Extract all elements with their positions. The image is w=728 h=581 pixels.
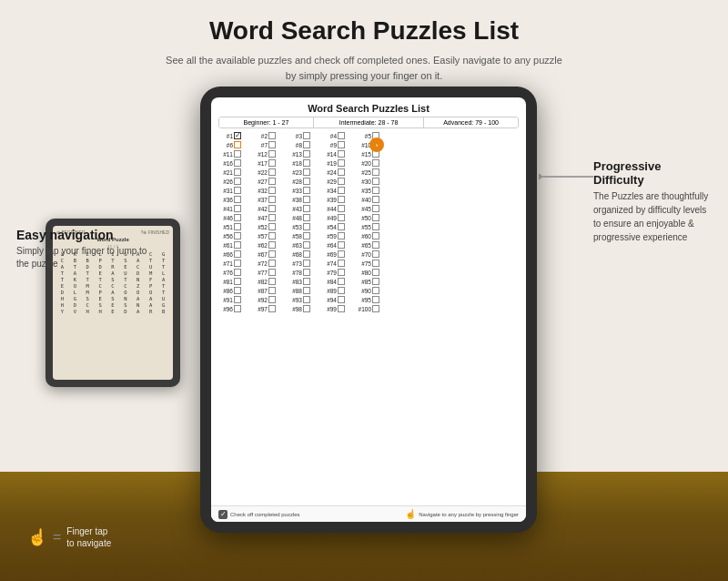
puzzle-item-3[interactable]: #3 xyxy=(288,132,320,139)
puzzle-checkbox-3[interactable] xyxy=(303,132,310,139)
puzzle-item-67[interactable]: #67 xyxy=(253,250,286,258)
puzzle-item-94[interactable]: #94 xyxy=(322,296,355,303)
puzzle-checkbox-27[interactable] xyxy=(268,178,276,185)
puzzle-checkbox-74[interactable] xyxy=(338,260,345,267)
puzzle-checkbox-23[interactable] xyxy=(303,168,310,176)
puzzle-item-31[interactable]: #31 xyxy=(218,187,251,194)
puzzle-checkbox-42[interactable] xyxy=(268,205,276,212)
puzzle-checkbox-31[interactable] xyxy=(234,187,241,194)
puzzle-checkbox-87[interactable] xyxy=(268,287,276,294)
puzzle-checkbox-41[interactable] xyxy=(234,205,241,212)
puzzle-checkbox-9[interactable] xyxy=(338,141,345,148)
puzzle-item-4[interactable]: #4 xyxy=(322,132,355,139)
puzzle-checkbox-28[interactable] xyxy=(303,178,310,185)
puzzle-checkbox-37[interactable] xyxy=(268,196,276,203)
puzzle-checkbox-44[interactable] xyxy=(338,205,345,212)
puzzle-checkbox-1[interactable] xyxy=(234,132,241,139)
puzzle-checkbox-85[interactable] xyxy=(372,278,379,285)
puzzle-checkbox-21[interactable] xyxy=(234,168,241,176)
puzzle-item-76[interactable]: #76 xyxy=(218,269,251,276)
puzzle-item-6[interactable]: #6 xyxy=(218,141,251,148)
puzzle-item-1[interactable]: #1 xyxy=(218,132,251,139)
puzzle-checkbox-54[interactable] xyxy=(338,223,345,230)
puzzle-checkbox-38[interactable] xyxy=(303,196,310,203)
puzzle-item-50[interactable]: #50 xyxy=(357,214,389,221)
puzzle-item-23[interactable]: #23 xyxy=(288,168,320,176)
navigation-dot[interactable]: › xyxy=(369,138,384,152)
puzzle-checkbox-72[interactable] xyxy=(268,260,276,267)
puzzle-item-100[interactable]: #100 xyxy=(357,305,389,312)
puzzle-item-66[interactable]: #66 xyxy=(218,250,251,258)
puzzle-item-13[interactable]: #13 xyxy=(288,150,320,158)
puzzle-item-90[interactable]: #90 xyxy=(357,287,389,294)
puzzle-checkbox-86[interactable] xyxy=(234,287,241,294)
puzzle-checkbox-39[interactable] xyxy=(338,196,345,203)
puzzle-checkbox-45[interactable] xyxy=(372,205,379,212)
puzzle-item-34[interactable]: #34 xyxy=(322,187,355,194)
puzzle-checkbox-34[interactable] xyxy=(338,187,345,194)
puzzle-checkbox-98[interactable] xyxy=(303,305,310,312)
puzzle-item-42[interactable]: #42 xyxy=(253,205,286,212)
puzzle-item-38[interactable]: #38 xyxy=(288,196,320,203)
puzzle-item-24[interactable]: #24 xyxy=(322,168,355,176)
puzzle-item-11[interactable]: #11 xyxy=(218,150,251,158)
puzzle-item-93[interactable]: #93 xyxy=(288,296,320,303)
puzzle-checkbox-30[interactable] xyxy=(372,178,379,185)
puzzle-checkbox-68[interactable] xyxy=(303,250,310,258)
puzzle-checkbox-33[interactable] xyxy=(303,187,310,194)
puzzle-checkbox-29[interactable] xyxy=(338,178,345,185)
puzzle-checkbox-18[interactable] xyxy=(303,159,310,167)
puzzle-item-27[interactable]: #27 xyxy=(253,178,286,185)
puzzle-checkbox-24[interactable] xyxy=(338,168,345,176)
puzzle-checkbox-64[interactable] xyxy=(338,241,345,249)
puzzle-checkbox-96[interactable] xyxy=(234,305,241,312)
puzzle-checkbox-35[interactable] xyxy=(372,187,379,194)
puzzle-item-63[interactable]: #63 xyxy=(288,241,320,249)
puzzle-item-55[interactable]: #55 xyxy=(357,223,389,230)
puzzle-item-68[interactable]: #68 xyxy=(288,250,320,258)
puzzle-item-99[interactable]: #99 xyxy=(322,305,355,312)
puzzle-checkbox-60[interactable] xyxy=(372,232,379,240)
puzzle-checkbox-53[interactable] xyxy=(303,223,310,230)
puzzle-checkbox-40[interactable] xyxy=(372,196,379,203)
puzzle-item-17[interactable]: #17 xyxy=(253,159,286,167)
puzzle-item-21[interactable]: #21 xyxy=(218,168,251,176)
puzzle-item-54[interactable]: #54 xyxy=(322,223,355,230)
puzzle-checkbox-92[interactable] xyxy=(268,296,276,303)
puzzle-checkbox-78[interactable] xyxy=(303,269,310,276)
puzzle-item-45[interactable]: #45 xyxy=(357,205,389,212)
puzzle-item-61[interactable]: #61 xyxy=(218,241,251,249)
puzzle-item-58[interactable]: #58 xyxy=(288,232,320,240)
puzzle-checkbox-99[interactable] xyxy=(338,305,345,312)
puzzle-checkbox-17[interactable] xyxy=(268,159,276,167)
puzzle-item-71[interactable]: #71 xyxy=(218,260,251,267)
puzzle-checkbox-25[interactable] xyxy=(372,168,379,176)
puzzle-item-62[interactable]: #62 xyxy=(253,241,286,249)
puzzle-item-92[interactable]: #92 xyxy=(253,296,286,303)
puzzle-checkbox-59[interactable] xyxy=(338,232,345,240)
puzzle-checkbox-61[interactable] xyxy=(234,241,241,249)
puzzle-checkbox-80[interactable] xyxy=(372,269,379,276)
puzzle-checkbox-91[interactable] xyxy=(234,296,241,303)
puzzle-checkbox-56[interactable] xyxy=(234,232,241,240)
puzzle-item-81[interactable]: #81 xyxy=(218,278,251,285)
puzzle-item-41[interactable]: #41 xyxy=(218,205,251,212)
puzzle-item-85[interactable]: #85 xyxy=(357,278,389,285)
puzzle-checkbox-22[interactable] xyxy=(268,168,276,176)
puzzle-checkbox-75[interactable] xyxy=(372,260,379,267)
puzzle-checkbox-43[interactable] xyxy=(303,205,310,212)
puzzle-item-64[interactable]: #64 xyxy=(322,241,355,249)
puzzle-item-9[interactable]: #9 xyxy=(322,141,355,148)
puzzle-checkbox-93[interactable] xyxy=(303,296,310,303)
puzzle-checkbox-67[interactable] xyxy=(268,250,276,258)
puzzle-checkbox-73[interactable] xyxy=(303,260,310,267)
puzzle-item-80[interactable]: #80 xyxy=(357,269,389,276)
puzzle-checkbox-50[interactable] xyxy=(372,214,379,221)
puzzle-checkbox-55[interactable] xyxy=(372,223,379,230)
puzzle-item-16[interactable]: #16 xyxy=(218,159,251,167)
puzzle-item-74[interactable]: #74 xyxy=(322,260,355,267)
puzzle-item-53[interactable]: #53 xyxy=(288,223,320,230)
puzzle-item-48[interactable]: #48 xyxy=(288,214,320,221)
puzzle-item-97[interactable]: #97 xyxy=(253,305,286,312)
puzzle-checkbox-14[interactable] xyxy=(338,150,345,158)
